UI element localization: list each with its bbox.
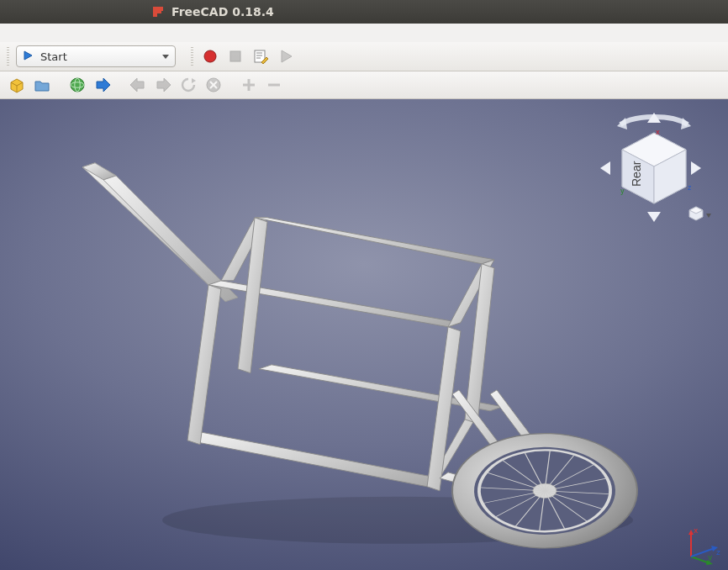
svg-text:Rear: Rear bbox=[630, 161, 643, 187]
nav-refresh-button[interactable] bbox=[178, 75, 198, 95]
start-arrow-icon bbox=[22, 49, 35, 65]
axis-triad: x y z bbox=[681, 523, 723, 565]
freecad-app-icon bbox=[151, 5, 165, 18]
nav-back-button[interactable] bbox=[128, 75, 148, 95]
box-icon[interactable] bbox=[7, 75, 27, 95]
titlebar: FreeCAD 0.18.4 bbox=[0, 0, 728, 24]
web-go-button[interactable] bbox=[92, 75, 113, 95]
svg-text:y: y bbox=[708, 553, 713, 562]
svg-point-15 bbox=[71, 78, 84, 92]
svg-marker-19 bbox=[130, 78, 144, 92]
svg-marker-36 bbox=[187, 432, 440, 487]
macro-stop-button[interactable] bbox=[225, 46, 245, 66]
zoom-in-button[interactable] bbox=[239, 75, 259, 95]
menubar bbox=[0, 24, 728, 42]
web-toolbar bbox=[0, 71, 728, 99]
toolbar-handle[interactable] bbox=[191, 47, 193, 66]
toolbar-handle[interactable] bbox=[7, 47, 9, 66]
svg-text:z: z bbox=[716, 548, 720, 557]
macro-record-button[interactable] bbox=[200, 46, 220, 66]
workbench-selector[interactable]: Start bbox=[16, 45, 176, 67]
navigation-cube[interactable]: x y z Rear bbox=[595, 109, 713, 235]
macro-play-button[interactable] bbox=[276, 46, 296, 66]
svg-text:x: x bbox=[694, 526, 699, 535]
svg-rect-2 bbox=[157, 11, 161, 13]
workbench-label: Start bbox=[40, 50, 67, 63]
svg-marker-67 bbox=[681, 118, 691, 129]
window-title: FreeCAD 0.18.4 bbox=[171, 5, 274, 18]
svg-rect-6 bbox=[230, 51, 240, 61]
open-folder-button[interactable] bbox=[32, 75, 52, 95]
nav-forward-button[interactable] bbox=[153, 75, 173, 95]
macro-edit-button[interactable] bbox=[251, 46, 271, 66]
svg-text:y: y bbox=[620, 187, 625, 195]
svg-marker-35 bbox=[255, 218, 494, 264]
svg-marker-21 bbox=[192, 78, 196, 83]
zoom-out-button[interactable] bbox=[264, 75, 284, 95]
svg-marker-4 bbox=[162, 55, 169, 59]
main-toolbar: Start bbox=[0, 42, 728, 71]
svg-rect-0 bbox=[153, 7, 157, 17]
svg-marker-70 bbox=[600, 161, 610, 175]
svg-marker-71 bbox=[691, 161, 701, 175]
svg-marker-82 bbox=[706, 214, 711, 218]
svg-marker-39 bbox=[187, 285, 221, 445]
svg-marker-3 bbox=[24, 51, 32, 60]
svg-marker-66 bbox=[617, 118, 627, 129]
3d-viewport[interactable]: x y z Rear x y bbox=[0, 99, 728, 570]
nav-stop-button[interactable] bbox=[203, 75, 224, 95]
chevron-down-icon bbox=[161, 50, 170, 63]
model-render bbox=[45, 117, 683, 570]
svg-marker-20 bbox=[157, 78, 171, 92]
svg-text:z: z bbox=[688, 184, 691, 192]
svg-rect-1 bbox=[157, 7, 163, 11]
web-home-button[interactable] bbox=[67, 75, 87, 95]
svg-text:x: x bbox=[656, 129, 660, 136]
svg-marker-12 bbox=[282, 50, 292, 62]
svg-marker-18 bbox=[97, 78, 110, 92]
svg-marker-69 bbox=[647, 212, 661, 222]
svg-point-5 bbox=[204, 50, 216, 62]
app-window: FreeCAD 0.18.4 Start bbox=[0, 0, 728, 570]
